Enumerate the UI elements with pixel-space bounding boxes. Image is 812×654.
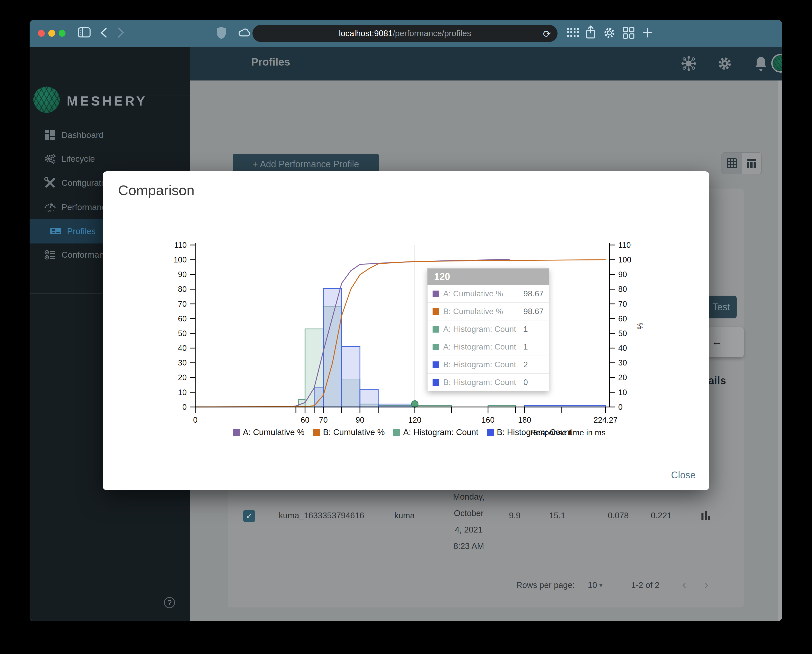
dashboard-icon bbox=[44, 129, 56, 141]
comparison-modal: Comparison 00101020203030404050506060707… bbox=[103, 171, 709, 490]
minimize-window-button[interactable] bbox=[48, 30, 55, 37]
sidebar-toggle-icon[interactable] bbox=[78, 27, 91, 39]
scrollbar[interactable] bbox=[778, 81, 782, 621]
close-button[interactable]: Close bbox=[671, 470, 696, 481]
share-icon[interactable] bbox=[585, 25, 596, 40]
screenshot-root: localhost:9081/performance/profiles ⟳ bbox=[0, 0, 812, 654]
cell-p99: 0.221 bbox=[644, 511, 679, 520]
svg-text:20: 20 bbox=[618, 373, 627, 382]
svg-text:0: 0 bbox=[618, 403, 623, 411]
url-bar[interactable]: localhost:9081/performance/profiles ⟳ bbox=[252, 25, 557, 42]
svg-text:100: 100 bbox=[174, 255, 187, 264]
grid-view-button[interactable] bbox=[722, 153, 742, 174]
svg-text:30: 30 bbox=[618, 358, 627, 367]
meshery-logo-icon bbox=[34, 87, 60, 113]
brand-name: MESHERY bbox=[67, 93, 147, 108]
gear-icon[interactable] bbox=[717, 55, 733, 72]
row-checkbox[interactable]: ✓ bbox=[243, 510, 255, 522]
table-view-button[interactable] bbox=[742, 153, 762, 174]
legend-item: B: Histogram: Count bbox=[487, 428, 572, 437]
notifications-bell-icon[interactable] bbox=[754, 55, 770, 72]
tooltip-row: B: Histogram: Count0 bbox=[427, 373, 549, 391]
comparison-chart[interactable]: 0010102020303040405050606070708080909010… bbox=[103, 171, 709, 490]
svg-text:110: 110 bbox=[618, 241, 630, 249]
legend-item: A: Cumulative % bbox=[233, 428, 305, 437]
sidebar-item-dashboard[interactable]: Dashboard bbox=[30, 124, 190, 146]
svg-text:60: 60 bbox=[178, 314, 187, 323]
cell-mesh: kuma bbox=[384, 511, 425, 520]
close-window-button[interactable] bbox=[38, 30, 45, 37]
table-divider bbox=[228, 553, 744, 553]
rows-per-page-label: Rows per page: bbox=[485, 579, 575, 591]
svg-text:40: 40 bbox=[178, 344, 187, 353]
svg-text:10: 10 bbox=[618, 388, 627, 397]
tooltip-row: B: Cumulative %98.67 bbox=[427, 303, 549, 320]
svg-text:110: 110 bbox=[174, 241, 187, 249]
chevron-down-icon[interactable]: ▾ bbox=[599, 579, 603, 591]
page-title: Profiles bbox=[251, 56, 290, 68]
conformance-checklist-icon bbox=[44, 249, 56, 260]
app-header: Profiles bbox=[190, 47, 782, 81]
rows-per-page-select[interactable]: 10 bbox=[583, 579, 601, 591]
svg-text:40: 40 bbox=[618, 344, 627, 353]
back-arrow-icon[interactable]: ← bbox=[711, 335, 722, 348]
avatar[interactable] bbox=[771, 54, 782, 73]
svg-text:20: 20 bbox=[178, 373, 187, 382]
svg-text:0: 0 bbox=[193, 416, 197, 425]
svg-text:60: 60 bbox=[618, 314, 627, 323]
reload-icon[interactable]: ⟳ bbox=[543, 28, 551, 40]
shield-icon[interactable] bbox=[216, 26, 226, 40]
chart-tooltip: 120 A: Cumulative %98.67B: Cumulative %9… bbox=[427, 268, 549, 391]
svg-text:0: 0 bbox=[182, 403, 187, 411]
svg-text:70: 70 bbox=[319, 416, 328, 425]
tooltip-row: A: Histogram: Count1 bbox=[427, 320, 549, 338]
previous-page-icon[interactable]: ‹ bbox=[682, 578, 686, 591]
svg-text:100: 100 bbox=[618, 255, 631, 264]
tooltip-row: A: Histogram: Count1 bbox=[427, 338, 549, 356]
help-icon[interactable]: ? bbox=[164, 597, 175, 608]
svg-text:160: 160 bbox=[481, 416, 495, 425]
svg-text:10: 10 bbox=[178, 388, 187, 397]
svg-text:SMP: SMP bbox=[47, 209, 53, 213]
lifecycle-gears-icon bbox=[44, 153, 56, 165]
configuration-tools-icon bbox=[44, 177, 56, 189]
svg-text:90: 90 bbox=[618, 270, 627, 279]
new-tab-icon[interactable] bbox=[642, 27, 653, 40]
forward-icon[interactable] bbox=[117, 28, 125, 39]
back-icon[interactable] bbox=[100, 28, 107, 39]
performance-speedometer-icon: SMP bbox=[44, 201, 56, 213]
legend-item: B: Cumulative % bbox=[313, 428, 385, 437]
maximize-window-button[interactable] bbox=[59, 30, 66, 37]
mesh-adapters-icon[interactable] bbox=[681, 55, 697, 72]
sidebar-item-label: Profiles bbox=[67, 226, 96, 236]
sidebar-item-label: Dashboard bbox=[61, 130, 104, 140]
svg-text:80: 80 bbox=[618, 285, 627, 293]
chart-legend: A: Cumulative %B: Cumulative %A: Histogr… bbox=[195, 428, 610, 437]
cell-profile-name: kuma_1633353794616 bbox=[279, 511, 385, 520]
next-page-icon[interactable]: › bbox=[705, 578, 708, 591]
svg-text:80: 80 bbox=[178, 285, 187, 293]
profiles-card-icon bbox=[50, 225, 61, 237]
view-toggle-group bbox=[722, 152, 762, 174]
row-chart-icon[interactable] bbox=[699, 510, 712, 523]
svg-text:70: 70 bbox=[178, 299, 187, 309]
svg-text:120: 120 bbox=[408, 416, 421, 425]
settings-gear-icon[interactable] bbox=[603, 26, 616, 40]
svg-text:50: 50 bbox=[178, 329, 187, 338]
svg-text:180: 180 bbox=[518, 416, 531, 425]
details-heading-fragment: ails bbox=[708, 374, 726, 387]
svg-text:50: 50 bbox=[618, 329, 627, 338]
cell-p50: 0.078 bbox=[600, 511, 636, 520]
cloud-icon[interactable] bbox=[238, 27, 251, 39]
pagination-range: 1-2 of 2 bbox=[623, 579, 668, 591]
keypad-icon[interactable] bbox=[567, 28, 579, 38]
cell-date: Monday, October 4, 2021 8:23 AM bbox=[441, 489, 496, 554]
sidebar-item-lifecycle[interactable]: Lifecycle bbox=[30, 148, 190, 170]
svg-text:70: 70 bbox=[618, 299, 627, 309]
tooltip-row: A: Cumulative %98.67 bbox=[427, 285, 549, 303]
svg-text:60: 60 bbox=[301, 416, 309, 425]
tab-overview-icon[interactable] bbox=[623, 27, 635, 40]
legend-item: A: Histogram: Count bbox=[393, 428, 478, 437]
cell-duration: 15.1 bbox=[542, 511, 572, 520]
url-host: localhost:9081 bbox=[339, 29, 393, 38]
